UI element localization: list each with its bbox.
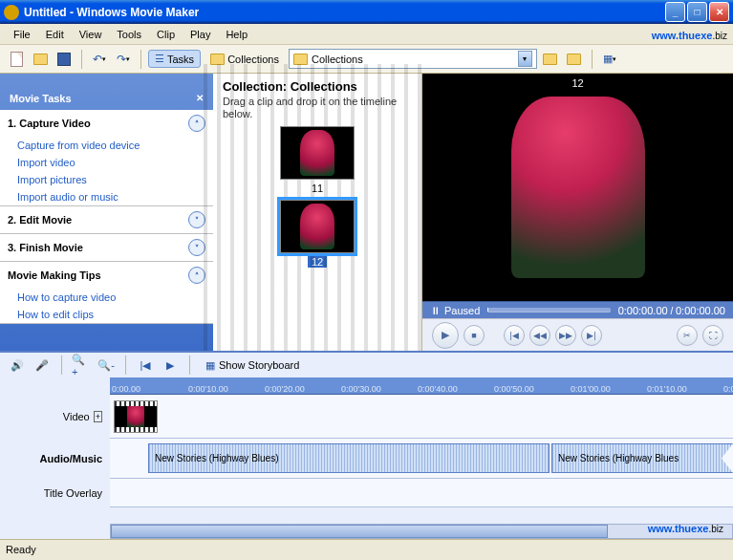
task-group-capture: 1. Capture Video ˄ Capture from video de… — [0, 110, 213, 206]
menu-play[interactable]: Play — [183, 27, 218, 42]
task-group-tips: Movie Making Tips ˄ How to capture video… — [0, 262, 213, 324]
status-bar: Ready — [0, 539, 733, 558]
expand-video-track-button[interactable]: + — [94, 411, 102, 422]
rewind-button[interactable]: ◀◀ — [529, 325, 550, 346]
menu-view[interactable]: View — [72, 27, 110, 42]
zoom-out-button[interactable]: 🔍- — [97, 355, 116, 375]
redo-button[interactable]: ↷ ▾ — [113, 49, 134, 70]
tip-capture-video[interactable]: How to capture video — [0, 289, 213, 306]
video-track[interactable] — [110, 395, 733, 439]
video-preview[interactable]: 12 — [422, 74, 733, 301]
timeline-tracks[interactable]: 0:00.00 0:00'10.00 0:00'20.00 0:00'30.00… — [110, 377, 733, 524]
task-pane-title: Movie Tasks — [10, 93, 72, 104]
task-pane-close-button[interactable]: ✕ — [196, 93, 204, 104]
tasks-toggle[interactable]: ☰ Tasks — [148, 50, 201, 68]
task-head-edit[interactable]: 2. Edit Movie ˅ — [0, 206, 213, 233]
collections-toggle[interactable]: Collections — [204, 51, 286, 68]
maximize-button[interactable]: □ — [687, 2, 707, 22]
clip-thumbnail-11[interactable]: 11 — [270, 126, 364, 194]
video-clip[interactable] — [114, 400, 158, 433]
collection-pane: Collection: Collections Drag a clip and … — [213, 74, 422, 351]
split-clip-button[interactable]: ✂ — [677, 325, 698, 346]
window-title: Untitled - Windows Movie Maker — [24, 6, 665, 19]
play-button[interactable]: ▶ — [432, 322, 459, 349]
menu-clip[interactable]: Clip — [149, 27, 183, 42]
zoom-out-icon: 🔍- — [97, 359, 115, 372]
audio-clip-2[interactable]: New Stories (Highway Blues — [551, 443, 733, 473]
title-overlay-track[interactable] — [110, 479, 733, 507]
collection-hint: Drag a clip and drop it on the timeline … — [223, 96, 412, 120]
close-button[interactable]: ✕ — [709, 2, 729, 22]
task-head-capture[interactable]: 1. Capture Video ˄ — [0, 110, 213, 137]
undo-icon: ↶ — [93, 53, 102, 66]
stop-button[interactable]: ■ — [464, 325, 485, 346]
zoom-in-button[interactable]: 🔍+ — [72, 355, 91, 375]
clip-thumbnail-image — [300, 204, 334, 249]
chevron-down-icon: ˅ — [188, 211, 205, 228]
toolbar: ↶ ▾ ↷ ▾ ☰ Tasks Collections Collections … — [0, 45, 733, 74]
next-clip-button[interactable]: ▶| — [581, 325, 602, 346]
menu-bar: File Edit View Tools Clip Play Help www.… — [0, 24, 733, 45]
storyboard-icon: ▦ — [205, 359, 215, 372]
folder-up-icon — [543, 54, 557, 65]
undo-button[interactable]: ↶ ▾ — [89, 49, 110, 70]
track-label-title: Title Overlay — [0, 479, 110, 507]
new-doc-icon — [11, 52, 23, 67]
menu-tools[interactable]: Tools — [109, 27, 149, 42]
folder-new-icon — [567, 54, 581, 65]
microphone-icon: 🎤 — [35, 359, 49, 372]
timeline-hscrollbar[interactable] — [110, 524, 733, 539]
tip-edit-clips[interactable]: How to edit clips — [0, 306, 213, 323]
task-head-tips[interactable]: Movie Making Tips ˄ — [0, 262, 213, 289]
task-head-finish[interactable]: 3. Finish Movie ˅ — [0, 234, 213, 261]
open-project-button[interactable] — [30, 49, 51, 70]
menu-help[interactable]: Help — [218, 27, 255, 42]
clip-thumbnail-12[interactable]: 12 — [270, 200, 364, 268]
task-import-pictures[interactable]: Import pictures — [0, 171, 213, 188]
collection-title: Collection: Collections — [223, 79, 412, 94]
scrub-bar: ⏸ Paused 0:00:00.00 / 0:00:00.00 — [422, 301, 733, 318]
chevron-up-icon: ˄ — [188, 267, 205, 284]
task-pane: Movie Tasks ✕ 1. Capture Video ˄ Capture… — [0, 74, 213, 351]
rewind-timeline-button[interactable]: |◀ — [136, 355, 155, 375]
preview-pane: 12 ⏸ Paused 0:00:00.00 / 0:00:00.00 ▶ ■ … — [422, 74, 733, 351]
audio-clip-1[interactable]: New Stories (Highway Blues) — [148, 443, 550, 473]
folder-open-icon — [33, 54, 48, 65]
menu-edit[interactable]: Edit — [38, 27, 72, 42]
new-project-button[interactable] — [6, 49, 27, 70]
thumbnails-icon: ▦ — [603, 53, 613, 65]
task-capture-from-device[interactable]: Capture from video device — [0, 137, 213, 154]
up-level-button[interactable] — [540, 49, 561, 70]
collections-icon — [210, 54, 225, 65]
forward-button[interactable]: ▶▶ — [555, 325, 576, 346]
clip-thumbnail-image — [300, 130, 334, 176]
scrollbar-thumb[interactable] — [111, 525, 608, 538]
show-storyboard-button[interactable]: ▦ Show Storyboard — [200, 358, 305, 373]
audio-levels-button[interactable]: 🔊 — [8, 355, 27, 375]
save-icon — [57, 53, 71, 66]
task-import-video[interactable]: Import video — [0, 154, 213, 171]
clip-label: 11 — [312, 183, 323, 194]
minimize-button[interactable]: _ — [665, 2, 685, 22]
new-collection-button[interactable] — [564, 49, 585, 70]
audio-track[interactable]: New Stories (Highway Blues) New Stories … — [110, 439, 733, 479]
collection-dropdown[interactable]: Collections ▾ — [289, 49, 537, 69]
task-import-audio[interactable]: Import audio or music — [0, 188, 213, 205]
watermark-bottom: www.thuexe.biz — [648, 517, 723, 537]
view-options-button[interactable]: ▦ ▾ — [599, 49, 620, 70]
save-project-button[interactable] — [54, 49, 75, 70]
narrate-button[interactable]: 🎤 — [32, 355, 52, 375]
prev-clip-button[interactable]: |◀ — [504, 325, 525, 346]
timeline-ruler[interactable]: 0:00.00 0:00'10.00 0:00'20.00 0:00'30.00… — [110, 377, 733, 395]
preview-image — [511, 97, 645, 278]
fullscreen-button[interactable]: ⛶ — [702, 325, 723, 346]
chevron-down-icon: ˅ — [188, 239, 205, 256]
menu-file[interactable]: File — [6, 27, 38, 42]
task-group-finish: 3. Finish Movie ˅ — [0, 234, 213, 262]
preview-clip-title: 12 — [422, 77, 733, 89]
collections-label: Collections — [227, 54, 279, 65]
clip-label: 12 — [308, 256, 327, 268]
seek-slider[interactable] — [487, 308, 610, 312]
play-timeline-button[interactable]: ▶ — [161, 355, 180, 375]
task-group-edit: 2. Edit Movie ˅ — [0, 206, 213, 234]
